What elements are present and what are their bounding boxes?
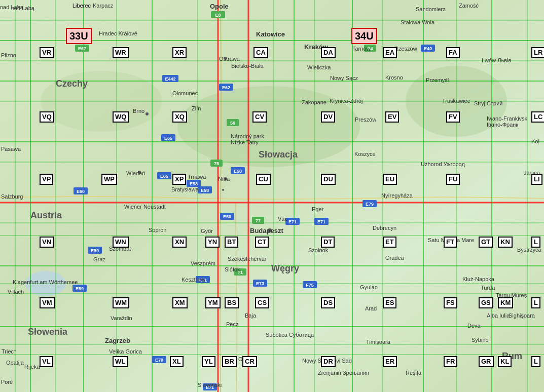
zone-label-fa: FA xyxy=(446,47,460,58)
zone-label-ct: CT xyxy=(255,237,269,248)
svg-text:E59: E59 xyxy=(91,248,99,253)
svg-text:E4: E4 xyxy=(367,46,373,51)
zone-label-et: ET xyxy=(383,237,396,248)
zone-label-lc: LC xyxy=(531,111,544,123)
zone-label-34u: 34U xyxy=(351,28,377,44)
svg-text:71: 71 xyxy=(238,270,243,275)
svg-text:75: 75 xyxy=(214,161,219,166)
zone-label-vm: VM xyxy=(40,297,55,308)
zone-label-wq: WQ xyxy=(113,111,129,123)
zone-label-vp: VP xyxy=(40,174,53,185)
svg-text:E60: E60 xyxy=(77,189,85,194)
zone-label-kn: KN xyxy=(498,237,513,248)
svg-point-99 xyxy=(222,189,224,191)
zone-label-cs: CS xyxy=(255,297,269,308)
zone-label-wr: WR xyxy=(113,47,129,58)
svg-text:E71: E71 xyxy=(317,219,325,224)
zone-label-yn: YN xyxy=(205,237,220,248)
zone-label-vq: VQ xyxy=(40,111,54,123)
zone-label-fv: FV xyxy=(446,111,460,123)
zone-label-ca: CA xyxy=(253,47,268,58)
svg-text:E58: E58 xyxy=(190,181,198,186)
zone-label-wp: WP xyxy=(101,174,117,185)
zone-label-vr: VR xyxy=(40,47,54,58)
zone-label-yl: YL xyxy=(202,356,215,367)
zone-label-gr: GR xyxy=(479,356,494,367)
map-container: E0 E67 E442 E62 E40 E4 E65 50 E65 xyxy=(0,0,544,392)
zone-label-du: DU xyxy=(321,174,336,185)
svg-text:E50: E50 xyxy=(223,214,231,219)
zone-label-da: DA xyxy=(321,47,336,58)
svg-point-98 xyxy=(268,228,272,232)
svg-point-96 xyxy=(224,177,227,180)
svg-text:E79: E79 xyxy=(366,202,374,207)
zone-label-li: LI xyxy=(531,174,542,185)
zone-label-cr: CR xyxy=(242,356,257,367)
zone-label-xn: XN xyxy=(172,237,187,248)
zone-label-er: ER xyxy=(383,356,397,367)
zone-label-ft: FT xyxy=(444,237,457,248)
zone-label-vn: VN xyxy=(40,237,54,248)
svg-text:50: 50 xyxy=(230,121,235,126)
zone-label-bs: BS xyxy=(225,297,239,308)
svg-text:E58: E58 xyxy=(201,188,209,193)
zone-label-ev: EV xyxy=(385,111,399,123)
zone-label-xp: XP xyxy=(172,174,186,185)
zone-label-xl: XL xyxy=(170,356,184,367)
svg-text:77: 77 xyxy=(256,218,261,223)
zone-label-lr: LR xyxy=(531,47,544,58)
svg-text:E65: E65 xyxy=(160,174,168,179)
zone-label-dv: DV xyxy=(321,111,335,123)
zone-label-fu: FU xyxy=(446,174,460,185)
zone-label-ds: DS xyxy=(321,297,335,308)
svg-text:E71: E71 xyxy=(288,219,297,224)
svg-text:E40: E40 xyxy=(424,46,432,51)
zone-label-xq: XQ xyxy=(172,111,187,123)
svg-point-94 xyxy=(224,57,227,60)
svg-text:E65: E65 xyxy=(164,136,172,141)
zone-label-cu: CU xyxy=(256,174,271,185)
map-background: E0 E67 E442 E62 E40 E4 E65 50 E65 xyxy=(0,0,544,392)
zone-label-km: KM xyxy=(498,297,513,308)
zone-label-eu: EU xyxy=(383,174,397,185)
zone-label-kl: KL xyxy=(498,356,512,367)
svg-point-1 xyxy=(177,86,360,167)
zone-label-fr: FR xyxy=(444,356,457,367)
svg-point-95 xyxy=(146,112,149,115)
svg-text:F75: F75 xyxy=(306,283,314,288)
zone-label-dr: DR xyxy=(321,356,336,367)
svg-text:E58: E58 xyxy=(234,169,242,174)
zone-label-br: BR xyxy=(222,356,237,367)
zone-label-wn: WN xyxy=(113,237,129,248)
zone-label-l6: L xyxy=(531,356,540,367)
zone-label-ea: EA xyxy=(383,47,397,58)
zone-label-es: ES xyxy=(383,297,396,308)
zone-label-wm: WM xyxy=(113,297,129,308)
zone-label-xr: XR xyxy=(172,47,187,58)
svg-text:E67: E67 xyxy=(78,46,86,51)
svg-text:E442: E442 xyxy=(165,76,175,82)
zone-label-vl: VL xyxy=(40,356,53,367)
svg-text:E70: E70 xyxy=(155,358,163,363)
svg-text:E71: E71 xyxy=(206,385,214,390)
svg-point-97 xyxy=(138,171,141,174)
zone-label-bt: BT xyxy=(225,237,238,248)
svg-text:E62: E62 xyxy=(222,85,230,90)
zone-label-gs: GS xyxy=(479,297,493,308)
zone-label-33u: 33U xyxy=(66,28,92,44)
zone-label-dt: DT xyxy=(321,237,335,248)
svg-text:E71: E71 xyxy=(199,278,207,283)
zone-label-ym: YM xyxy=(205,297,221,308)
zone-label-fs: FS xyxy=(444,297,457,308)
svg-text:E59: E59 xyxy=(76,286,84,291)
zone-label-l4: L xyxy=(531,237,540,248)
zone-label-gt: GT xyxy=(479,237,493,248)
svg-text:E73: E73 xyxy=(256,281,264,286)
zone-label-l5: L xyxy=(531,297,540,308)
zone-label-xm: XM xyxy=(172,297,188,308)
zone-label-cv: CV xyxy=(252,111,267,123)
zone-label-wl: WL xyxy=(113,356,128,367)
svg-text:E0: E0 xyxy=(215,13,221,18)
